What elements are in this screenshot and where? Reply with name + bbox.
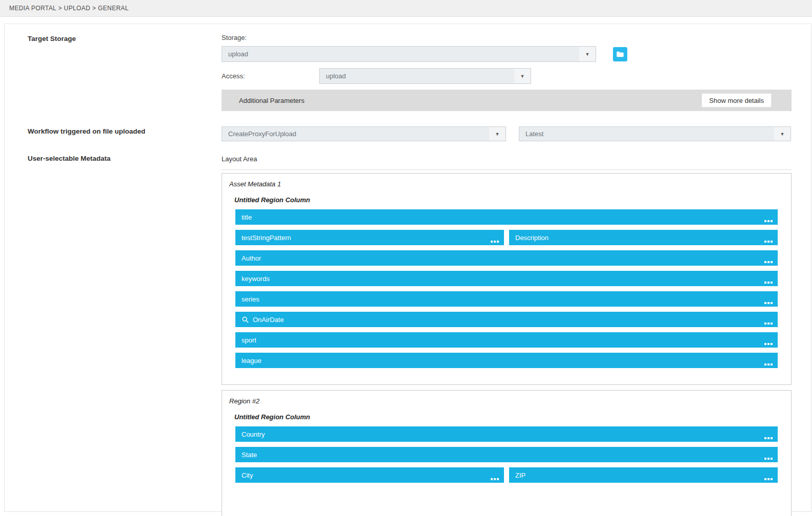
storage-dropdown-value: upload	[222, 50, 579, 58]
chevron-down-icon[interactable]: ▼	[514, 69, 531, 83]
metadata-field-row: Author	[235, 250, 778, 266]
metadata-field-label: OnAirDate	[253, 316, 284, 324]
browse-storage-button[interactable]	[613, 47, 627, 61]
ellipsis-icon[interactable]	[764, 241, 773, 243]
chevron-down-icon[interactable]: ▼	[774, 127, 791, 141]
metadata-field-label: Country	[242, 431, 265, 438]
target-storage-label: Target Storage	[28, 35, 76, 42]
metadata-field[interactable]: City	[235, 467, 504, 483]
region-rows: Country State City ZIP	[235, 426, 778, 483]
ellipsis-icon[interactable]	[764, 302, 773, 304]
ellipsis-icon[interactable]	[764, 343, 773, 345]
layout-area: Layout Area Asset Metadata 1 Untitled Re…	[222, 154, 792, 516]
metadata-field[interactable]: league	[235, 353, 778, 368]
ellipsis-icon[interactable]	[764, 261, 773, 263]
metadata-field-label: State	[242, 451, 257, 459]
region-rows: title testStringPattern Description Auth…	[235, 209, 778, 368]
ellipsis-icon[interactable]	[491, 478, 499, 480]
region-title: Asset Metadata 1	[229, 180, 778, 188]
ellipsis-icon[interactable]	[764, 220, 773, 222]
metadata-field[interactable]: ZIP	[509, 467, 778, 483]
metadata-field-label: league	[242, 357, 261, 364]
region-column-title: Untitled Region Column	[234, 413, 778, 421]
metadata-field-row: keywords	[235, 271, 778, 286]
metadata-field-label: ZIP	[515, 471, 525, 479]
chevron-down-icon[interactable]: ▼	[489, 127, 506, 141]
metadata-field[interactable]: Country	[235, 426, 778, 442]
divider	[222, 169, 792, 170]
layout-regions: Asset Metadata 1 Untitled Region Column …	[222, 173, 792, 516]
ellipsis-icon[interactable]	[764, 322, 773, 325]
access-dropdown[interactable]: upload ▼	[319, 68, 531, 84]
metadata-field-label: title	[242, 213, 252, 221]
metadata-field[interactable]: keywords	[235, 271, 778, 286]
metadata-field[interactable]: sport	[235, 332, 778, 348]
folder-icon	[617, 51, 624, 57]
metadata-field-row: series	[235, 291, 778, 307]
workflow-dropdown[interactable]: CreateProxyForUpload ▼	[222, 126, 506, 141]
chevron-down-icon[interactable]: ▼	[579, 47, 596, 61]
ellipsis-icon[interactable]	[764, 282, 773, 284]
ellipsis-icon[interactable]	[764, 437, 773, 439]
metadata-field-label: sport	[242, 336, 256, 344]
layout-region: Region #2 Untitled Region Column Country…	[222, 390, 792, 516]
breadcrumb-bar: MEDIA PORTAL > UPLOAD > GENERAL	[0, 0, 812, 17]
metadata-field-row: league	[235, 353, 778, 368]
layout-region: Asset Metadata 1 Untitled Region Column …	[222, 173, 792, 385]
metadata-field-row: OnAirDate	[235, 312, 778, 327]
region-title: Region #2	[229, 397, 778, 405]
metadata-field[interactable]: series	[235, 291, 778, 307]
target-storage-content: Storage: upload ▼ Access: upload ▼	[222, 34, 792, 111]
metadata-field-row: sport	[235, 332, 778, 348]
metadata-field[interactable]: testStringPattern	[235, 230, 504, 245]
metadata-field-row: testStringPattern Description	[235, 230, 778, 245]
access-dropdown-value: upload	[320, 72, 514, 80]
metadata-field-row: State	[235, 447, 778, 462]
breadcrumb[interactable]: MEDIA PORTAL > UPLOAD > GENERAL	[9, 5, 129, 12]
metadata-field-label: keywords	[242, 275, 270, 283]
metadata-field-label: City	[242, 471, 253, 479]
metadata-field[interactable]: Description	[509, 230, 778, 245]
metadata-field-label: Author	[242, 254, 261, 262]
workflow-version-value: Latest	[519, 130, 774, 138]
additional-parameters-bar: Additional Parameters Show more details	[222, 90, 792, 111]
metadata-field-label: Description	[515, 234, 548, 242]
user-metadata-label: User-selectable Metadata	[28, 155, 111, 162]
additional-parameters-label: Additional Parameters	[239, 97, 701, 104]
layout-area-title: Layout Area	[222, 154, 792, 163]
metadata-field[interactable]: Author	[235, 250, 778, 266]
ellipsis-icon[interactable]	[764, 363, 773, 365]
metadata-field[interactable]: title	[235, 209, 778, 225]
metadata-field-label: series	[242, 295, 259, 303]
workflow-row: Workflow triggered on file uploaded Crea…	[5, 126, 792, 141]
metadata-field-label: testStringPattern	[242, 234, 291, 242]
search-icon	[242, 316, 249, 324]
ellipsis-icon[interactable]	[491, 241, 499, 243]
ellipsis-icon[interactable]	[764, 458, 773, 460]
storage-dropdown[interactable]: upload ▼	[222, 46, 596, 62]
target-storage-row: Target Storage Storage: upload ▼ Access:…	[5, 34, 792, 111]
ellipsis-icon[interactable]	[764, 478, 773, 480]
access-caption: Access:	[222, 72, 319, 80]
metadata-field[interactable]: State	[235, 447, 778, 462]
show-more-details-button[interactable]: Show more details	[701, 93, 772, 107]
upload-settings-panel: Target Storage Storage: upload ▼ Access:…	[4, 24, 811, 512]
user-metadata-row: User-selectable Metadata Layout Area Ass…	[5, 154, 792, 516]
storage-caption: Storage:	[222, 34, 792, 41]
metadata-field-row: City ZIP	[235, 467, 778, 483]
metadata-field[interactable]: OnAirDate	[235, 312, 778, 327]
workflow-dropdown-value: CreateProxyForUpload	[222, 130, 489, 138]
region-column-title: Untitled Region Column	[234, 196, 778, 204]
metadata-field-row: Country	[235, 426, 778, 442]
workflow-label: Workflow triggered on file uploaded	[28, 127, 145, 135]
metadata-field-row: title	[235, 209, 778, 225]
workflow-version-dropdown[interactable]: Latest ▼	[519, 126, 791, 141]
